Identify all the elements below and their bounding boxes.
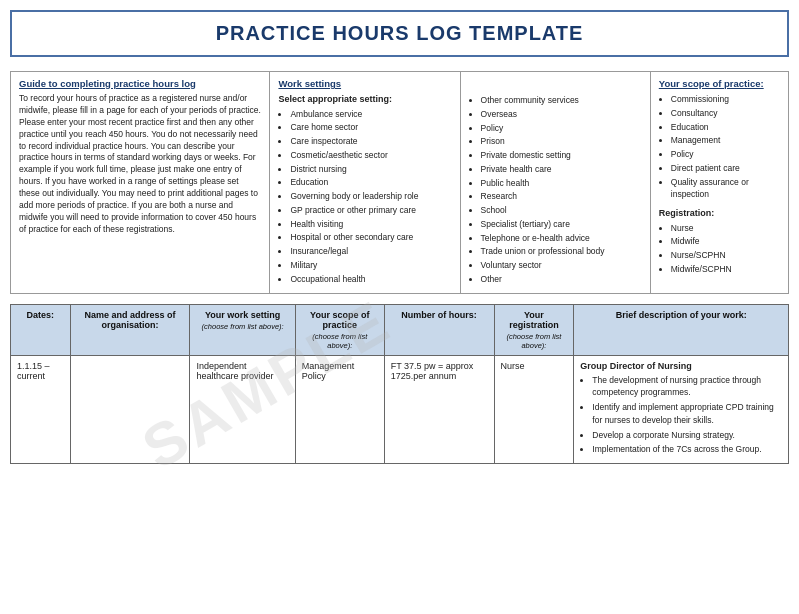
registration-item: Midwife: [671, 235, 780, 248]
cell-name-address: [70, 355, 190, 464]
work-setting-item: Care home sector: [290, 121, 451, 134]
cell-dates: 1.1.15 – current: [11, 355, 71, 464]
work-settings-subheading: Select appropriate setting:: [278, 93, 451, 106]
description-bullet: Develop a corporate Nursing strategy.: [592, 429, 782, 442]
work-setting-item: Specialist (tertiary) care: [481, 218, 642, 231]
table-body: 1.1.15 – currentIndependent healthcare p…: [11, 355, 789, 464]
work-setting-item: GP practice or other primary care: [290, 204, 451, 217]
work-setting-item: Health visiting: [290, 218, 451, 231]
work-setting-item: Private health care: [481, 163, 642, 176]
work-setting-item: Insurance/legal: [290, 245, 451, 258]
cell-work-setting: Independent healthcare provider: [190, 355, 295, 464]
work-setting-item: Hospital or other secondary care: [290, 231, 451, 244]
scope-item: Management: [671, 134, 780, 147]
work-settings-heading: Work settings: [278, 78, 451, 89]
work-settings-list-1: Ambulance serviceCare home sectorCare in…: [278, 108, 451, 286]
scope-item: Education: [671, 121, 780, 134]
table-row: 1.1.15 – currentIndependent healthcare p…: [11, 355, 789, 464]
scope-item: Direct patient care: [671, 162, 780, 175]
title-box: PRACTICE HOURS LOG TEMPLATE: [10, 10, 789, 57]
work-setting-item: Prison: [481, 135, 642, 148]
cell-scope: Management Policy: [295, 355, 384, 464]
registration-item: Nurse/SCPHN: [671, 249, 780, 262]
table-header-1: Name and address of organisation:: [70, 304, 190, 355]
info-section: Guide to completing practice hours log T…: [10, 71, 789, 294]
work-setting-item: Other: [481, 273, 642, 286]
scope-heading: Your scope of practice:: [659, 78, 780, 89]
scope-item: Consultancy: [671, 107, 780, 120]
registration-list: NurseMidwifeNurse/SCPHNMidwife/SCPHN: [659, 222, 780, 276]
table-header-4: Number of hours:: [384, 304, 494, 355]
scope-item: Quality assurance or inspection: [671, 176, 780, 202]
work-setting-item: Trade union or professional body: [481, 245, 642, 258]
work-setting-item: Private domestic setting: [481, 149, 642, 162]
table-header-sub-3: (choose from list above):: [302, 332, 378, 350]
work-setting-item: Care inspectorate: [290, 135, 451, 148]
guide-body: To record your hours of practice as a re…: [19, 93, 261, 236]
description-title: Group Director of Nursing: [580, 361, 782, 371]
work-settings-list-2: Other community servicesOverseasPolicyPr…: [469, 94, 642, 286]
work-setting-item: Public health: [481, 177, 642, 190]
scope-column: Your scope of practice: CommissioningCon…: [651, 72, 788, 293]
table-header-2: Your work setting(choose from list above…: [190, 304, 295, 355]
scope-list: CommissioningConsultancyEducationManagem…: [659, 93, 780, 201]
cell-description: Group Director of NursingThe development…: [574, 355, 789, 464]
registration-item: Midwife/SCPHN: [671, 263, 780, 276]
table-header-row: Dates:Name and address of organisation:Y…: [11, 304, 789, 355]
table-header-3: Your scope of practice(choose from list …: [295, 304, 384, 355]
cell-hours: FT 37.5 pw = approx 1725.per annum: [384, 355, 494, 464]
work-setting-item: Education: [290, 176, 451, 189]
work-settings-column: Work settings Select appropriate setting…: [270, 72, 460, 293]
work-setting-item: Voluntary sector: [481, 259, 642, 272]
work-setting-item: Policy: [481, 122, 642, 135]
work-setting-item: Telephone or e-health advice: [481, 232, 642, 245]
description-list: The development of nursing practice thro…: [580, 374, 782, 457]
guide-heading: Guide to completing practice hours log: [19, 78, 261, 89]
work-setting-item: Governing body or leadership role: [290, 190, 451, 203]
work-setting-item: Other community services: [481, 94, 642, 107]
description-bullet: Identify and implement appropriate CPD t…: [592, 401, 782, 427]
work-setting-item: Cosmetic/aesthetic sector: [290, 149, 451, 162]
practice-hours-table: Dates:Name and address of organisation:Y…: [10, 304, 789, 465]
cell-registration: Nurse: [494, 355, 574, 464]
registration-heading: Registration:: [659, 207, 780, 220]
page-title: PRACTICE HOURS LOG TEMPLATE: [32, 22, 767, 45]
work-setting-item: Research: [481, 190, 642, 203]
work-setting-item: School: [481, 204, 642, 217]
registration-item: Nurse: [671, 222, 780, 235]
description-bullet: Implementation of the 7Cs across the Gro…: [592, 443, 782, 456]
table-header-sub-5: (choose from list above):: [501, 332, 568, 350]
registration-section: Registration: NurseMidwifeNurse/SCPHNMid…: [659, 207, 780, 276]
work-settings-column-2: Other community servicesOverseasPolicyPr…: [461, 72, 651, 293]
scope-item: Policy: [671, 148, 780, 161]
work-setting-item: Ambulance service: [290, 108, 451, 121]
work-setting-item: Military: [290, 259, 451, 272]
work-setting-item: Occupational health: [290, 273, 451, 286]
work-setting-item: District nursing: [290, 163, 451, 176]
guide-column: Guide to completing practice hours log T…: [11, 72, 270, 293]
description-bullet: The development of nursing practice thro…: [592, 374, 782, 400]
table-header-5: Your registration(choose from list above…: [494, 304, 574, 355]
table-header-6: Brief description of your work:: [574, 304, 789, 355]
scope-item: Commissioning: [671, 93, 780, 106]
table-header-sub-2: (choose from list above):: [196, 322, 288, 331]
table-header-0: Dates:: [11, 304, 71, 355]
work-setting-item: Overseas: [481, 108, 642, 121]
